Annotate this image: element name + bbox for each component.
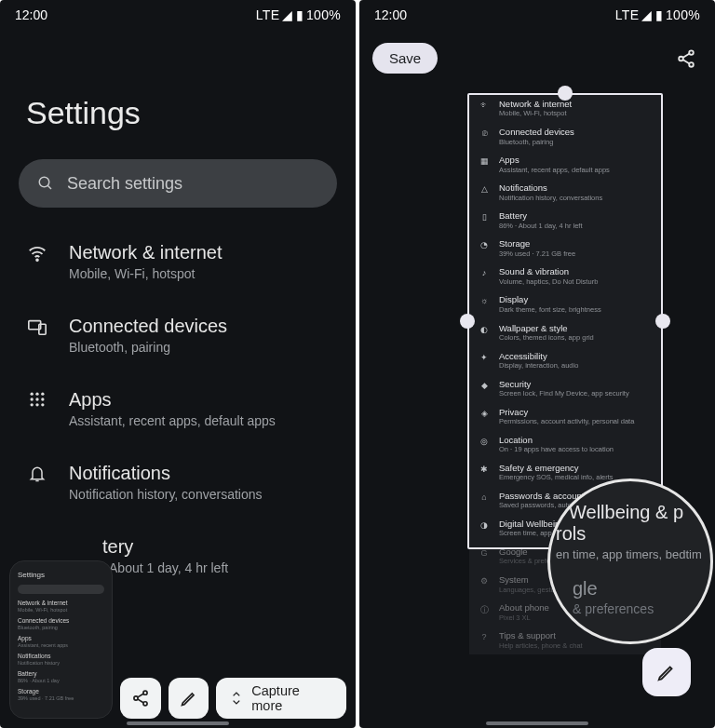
settings-item-wifi[interactable]: Network & internetMobile, Wi-Fi, hotspot bbox=[0, 224, 356, 298]
capture-more-label: Capture more bbox=[251, 683, 333, 713]
settings-item-label: Apps bbox=[69, 388, 333, 411]
bell-icon bbox=[26, 462, 48, 484]
crop-handle-left[interactable] bbox=[460, 314, 475, 329]
settings-item-label: Notifications bbox=[69, 462, 333, 484]
screenshot-editor-screen: 12:00 LTE ◢ ▮ 100% Save ᯤNetwork & inter… bbox=[359, 0, 715, 728]
svg-point-12 bbox=[35, 403, 38, 406]
svg-point-10 bbox=[41, 398, 44, 400]
battery-icon: ▮ bbox=[655, 7, 663, 22]
svg-line-23 bbox=[682, 59, 689, 63]
settings-screen: 12:00 LTE ◢ ▮ 100% Settings Search setti… bbox=[0, 0, 356, 728]
settings-item-devices[interactable]: Connected devicesBluetooth, pairing bbox=[0, 298, 356, 371]
save-button[interactable]: Save bbox=[372, 43, 438, 74]
svg-point-0 bbox=[39, 177, 49, 187]
svg-point-2 bbox=[36, 259, 38, 261]
status-bar: 12:00 LTE ◢ ▮ 100% bbox=[0, 0, 356, 30]
svg-line-22 bbox=[682, 53, 689, 58]
share-button[interactable] bbox=[120, 678, 161, 719]
settings-item-label: tery bbox=[102, 535, 333, 558]
page-title: Settings bbox=[26, 95, 330, 131]
scroll-item-icon: ⓘ bbox=[479, 603, 490, 616]
svg-point-13 bbox=[41, 403, 44, 406]
svg-point-6 bbox=[35, 393, 38, 396]
settings-item-label: Connected devices bbox=[69, 315, 333, 337]
settings-item-sub: Mobile, Wi-Fi, hotspot bbox=[69, 266, 333, 281]
thumb-title: Settings bbox=[18, 571, 104, 579]
settings-item-grid[interactable]: AppsAssistant, recent apps, default apps bbox=[0, 371, 356, 445]
magnifier: Wellbeing & p rols en time, app timers, … bbox=[547, 479, 713, 644]
scroll-item-icon: ? bbox=[479, 631, 490, 641]
battery-percent: 100% bbox=[306, 7, 341, 22]
home-indicator[interactable] bbox=[127, 721, 229, 725]
mag-line3: gle bbox=[573, 578, 710, 600]
settings-item-sub: Assistant, recent apps, default apps bbox=[69, 413, 333, 428]
svg-line-1 bbox=[47, 185, 51, 189]
mag-line4: & preferences bbox=[573, 601, 710, 616]
edit-fab[interactable] bbox=[642, 648, 691, 696]
clock: 12:00 bbox=[15, 7, 47, 22]
svg-point-11 bbox=[31, 403, 34, 406]
share-icon bbox=[131, 689, 150, 708]
pencil-icon bbox=[180, 689, 198, 708]
settings-item-sub: Bluetooth, pairing bbox=[69, 340, 333, 355]
signal-icon: ◢ bbox=[282, 7, 292, 22]
save-label: Save bbox=[389, 50, 421, 66]
status-right: LTE ◢ ▮ 100% bbox=[256, 7, 341, 22]
mag-line2: en time, app timers, bedtim bbox=[556, 547, 710, 561]
thumb-search bbox=[18, 585, 104, 594]
home-indicator[interactable] bbox=[486, 721, 588, 725]
network-label: LTE bbox=[256, 7, 280, 22]
crop-handle-top[interactable] bbox=[558, 86, 573, 101]
wifi-icon bbox=[26, 241, 48, 263]
grid-icon bbox=[26, 388, 48, 409]
pencil-icon bbox=[656, 662, 677, 682]
signal-icon: ◢ bbox=[641, 7, 652, 22]
search-placeholder: Search settings bbox=[67, 174, 182, 194]
settings-item-label: Network & internet bbox=[69, 241, 333, 263]
battery-icon: ▮ bbox=[296, 7, 304, 22]
svg-line-18 bbox=[138, 699, 144, 703]
scroll-item-icon: ⚙ bbox=[479, 575, 490, 586]
screenshot-tray: Settings Network & internetMobile, Wi-Fi… bbox=[9, 560, 346, 719]
status-bar: 12:00 LTE ◢ ▮ 100% bbox=[359, 0, 715, 30]
battery-percent: 100% bbox=[666, 7, 700, 22]
svg-line-17 bbox=[138, 694, 144, 697]
mag-line1b: rols bbox=[556, 523, 710, 545]
devices-icon bbox=[26, 315, 48, 337]
capture-more-icon bbox=[229, 689, 244, 708]
crop-handle-right[interactable] bbox=[655, 314, 670, 329]
search-settings[interactable]: Search settings bbox=[19, 159, 337, 208]
svg-point-5 bbox=[31, 393, 34, 396]
search-icon bbox=[37, 175, 54, 192]
capture-more-button[interactable]: Capture more bbox=[216, 678, 346, 719]
status-right: LTE ◢ ▮ 100% bbox=[615, 7, 700, 22]
settings-item-bell[interactable]: NotificationsNotification history, conve… bbox=[0, 445, 356, 519]
share-icon bbox=[676, 48, 696, 69]
network-label: LTE bbox=[615, 7, 640, 22]
clock: 12:00 bbox=[374, 7, 407, 22]
svg-point-7 bbox=[41, 393, 44, 396]
svg-point-8 bbox=[31, 398, 34, 400]
share-button[interactable] bbox=[676, 48, 696, 69]
svg-point-9 bbox=[35, 398, 38, 400]
mag-line1a: Wellbeing & p bbox=[569, 502, 710, 523]
screenshot-thumbnail[interactable]: Settings Network & internetMobile, Wi-Fi… bbox=[9, 560, 113, 719]
settings-item-sub: Notification history, conversations bbox=[69, 487, 333, 502]
edit-button[interactable] bbox=[169, 678, 209, 719]
